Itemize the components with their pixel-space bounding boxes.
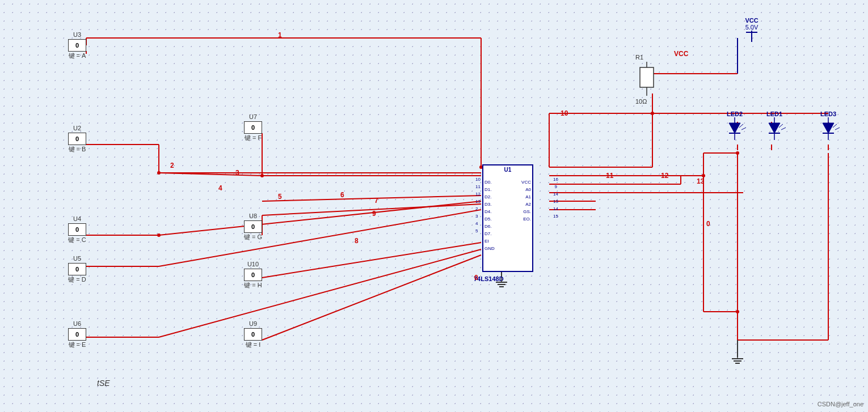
switch-u10-box[interactable]: 0 (244, 269, 262, 281)
led3: LED3 (817, 111, 840, 151)
svg-point-57 (157, 233, 161, 237)
switch-u7-title: U7 (249, 113, 257, 120)
switch-u3-key: 键 = A (69, 52, 86, 60)
switch-u10-key: 键 = H (244, 281, 262, 290)
switch-u10: U10 0 键 = H (244, 261, 262, 290)
resistor-r1-value: 10Ω (635, 98, 658, 105)
net-label-10: 10 (561, 109, 568, 117)
switch-u7-key: 键 = F (245, 134, 262, 142)
resistor-r1: R1 10Ω (635, 54, 658, 105)
switch-u7-box[interactable]: 0 (244, 121, 262, 134)
net-label-6: 6 (340, 191, 344, 199)
svg-line-16 (159, 210, 481, 266)
switch-u6-box[interactable]: 0 (68, 328, 86, 341)
switch-u8: U8 0 键 = G (244, 213, 262, 241)
switch-u2-box[interactable]: 0 (68, 133, 86, 145)
svg-line-79 (779, 124, 783, 128)
svg-line-85 (833, 124, 837, 128)
svg-marker-82 (823, 123, 834, 133)
net-label-2: 2 (170, 162, 174, 169)
net-label-9: 9 (372, 210, 376, 218)
switch-u5-box[interactable]: 0 (68, 263, 86, 275)
resistor-r1-label: R1 (635, 54, 658, 61)
svg-point-58 (260, 174, 264, 177)
resistor-r1-symbol (635, 62, 658, 96)
switch-u6: U6 0 键 = E (68, 320, 86, 349)
switch-u6-key: 键 = E (69, 341, 86, 349)
svg-rect-65 (640, 67, 654, 87)
switch-u9-box[interactable]: 0 (244, 328, 262, 341)
led2: LED2 (723, 111, 746, 151)
switch-u9-title: U9 (249, 320, 257, 327)
net-label-8: 8 (355, 237, 359, 245)
ground-right (729, 354, 746, 371)
vcc-red-label: VCC (674, 50, 688, 58)
svg-line-19 (159, 249, 481, 337)
led1-symbol (763, 117, 786, 148)
svg-line-14 (262, 204, 481, 215)
net-label-1: 1 (278, 31, 282, 39)
svg-point-61 (736, 151, 739, 155)
net-label-11: 11 (606, 172, 613, 180)
svg-line-12 (159, 201, 481, 235)
svg-line-20 (262, 255, 481, 340)
switch-u3: U3 0 键 = A (68, 31, 86, 60)
svg-line-10 (159, 173, 262, 176)
svg-line-21 (262, 196, 481, 201)
net-label-13: 13 (697, 177, 704, 185)
vcc-voltage: 5.0V (743, 24, 760, 31)
led3-symbol (817, 117, 840, 148)
switch-u7: U7 0 键 = F (244, 113, 262, 142)
svg-marker-76 (769, 123, 780, 133)
switch-u6-title: U6 (73, 320, 81, 327)
switch-u4-key: 键 = C (68, 236, 86, 244)
svg-point-56 (157, 171, 161, 175)
switch-u3-title: U3 (73, 31, 81, 38)
switch-u5-key: 键 = D (68, 275, 86, 284)
svg-line-73 (739, 124, 743, 128)
ic-u1-label: U1 (504, 167, 512, 173)
svg-marker-70 (729, 123, 740, 133)
led1: LED1 (763, 111, 786, 151)
ic-u1: U1 D0. D1. D2. D3. D4. D5. D6. D7. EI GN… (465, 159, 549, 272)
switch-u4-title: U4 (73, 215, 81, 222)
ground-ic (493, 278, 510, 294)
vcc-power: VCC 5.0V (743, 17, 760, 44)
svg-line-86 (835, 128, 840, 130)
watermark: CSDN@jeff_one (818, 401, 863, 407)
switch-u10-title: U10 (247, 261, 259, 267)
switch-u9-key: 键 = I (246, 341, 261, 349)
net-label-7: 7 (374, 197, 378, 205)
switch-u8-box[interactable]: 0 (244, 220, 262, 233)
switch-u8-key: 键 = G (244, 233, 262, 241)
net-label-0-right: 0 (706, 220, 710, 228)
switch-u5-title: U5 (73, 255, 81, 262)
switch-u4-box[interactable]: 0 (68, 223, 86, 236)
switch-u9: U9 0 键 = I (244, 320, 262, 349)
switch-u4: U4 0 键 = C (68, 215, 86, 244)
switch-u5: U5 0 键 = D (68, 255, 86, 284)
net-label-12: 12 (661, 172, 668, 180)
net-label-3: 3 (235, 169, 239, 177)
svg-line-74 (741, 128, 746, 130)
svg-line-17 (262, 243, 481, 278)
tse-label: tSE (97, 379, 110, 388)
svg-point-60 (651, 112, 654, 115)
net-label-4: 4 (218, 184, 222, 192)
switch-u3-box[interactable]: 0 (68, 39, 86, 52)
svg-line-80 (781, 128, 786, 130)
switch-u2-key: 键 = B (69, 145, 86, 154)
svg-point-62 (736, 310, 739, 313)
net-label-0-bottom: 0 (474, 274, 478, 282)
switch-u2: U2 0 键 = B (68, 125, 86, 154)
switch-u2-title: U2 (73, 125, 81, 131)
led2-symbol (723, 117, 746, 148)
switch-u8-title: U8 (249, 213, 257, 219)
net-label-5: 5 (278, 193, 282, 201)
vcc-label: VCC (743, 17, 760, 24)
vcc-symbol (743, 31, 760, 42)
